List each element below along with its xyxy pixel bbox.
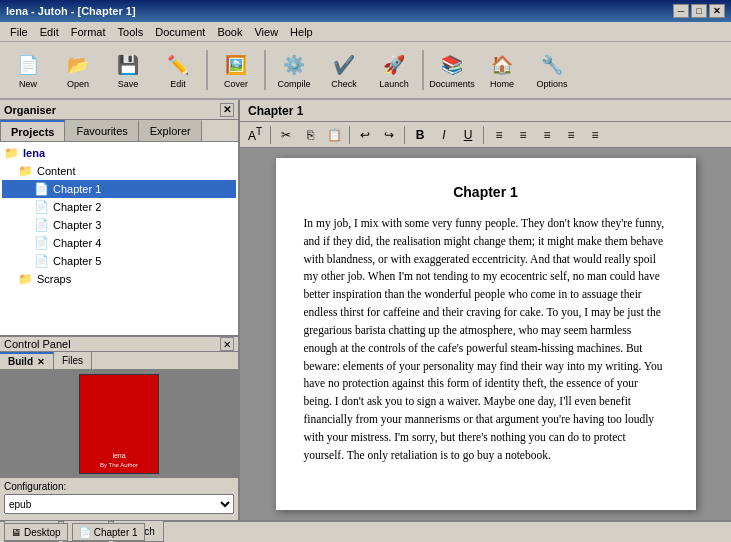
underline-icon: U: [464, 128, 473, 142]
project-tree: 📁 lena 📁 Content 📄 Chapter 1 📄 Chapter 2…: [0, 142, 238, 335]
chapter1-icon: 📄: [34, 182, 50, 196]
bold-icon: B: [416, 128, 425, 142]
underline-button[interactable]: U: [457, 125, 479, 145]
toolbar-check-button[interactable]: ✔️ Check: [320, 45, 368, 95]
menu-view[interactable]: View: [248, 24, 284, 40]
menu-help[interactable]: Help: [284, 24, 319, 40]
chapter2-label: Chapter 2: [53, 201, 101, 213]
align-justify-icon: ≡: [567, 128, 574, 142]
align-right-button[interactable]: ≡: [536, 125, 558, 145]
align-center-button[interactable]: ≡: [512, 125, 534, 145]
toolbar-edit-button[interactable]: ✏️ Edit: [154, 45, 202, 95]
build-tab-close[interactable]: ✕: [37, 357, 45, 367]
chapter2-icon: 📄: [34, 200, 50, 214]
tree-chapter-3[interactable]: 📄 Chapter 3: [2, 216, 236, 234]
tree-chapter-1[interactable]: 📄 Chapter 1: [2, 180, 236, 198]
scissors-button[interactable]: ✂: [275, 125, 297, 145]
menu-edit[interactable]: Edit: [34, 24, 65, 40]
align-center-icon: ≡: [519, 128, 526, 142]
project-folder-icon: 📁: [4, 146, 20, 160]
minimize-button[interactable]: ─: [673, 4, 689, 18]
menu-document[interactable]: Document: [149, 24, 211, 40]
lower-tab-build[interactable]: Build ✕: [0, 352, 54, 369]
font-size-button[interactable]: AT: [244, 125, 266, 145]
book-thumbnail: lena By The Author: [79, 374, 159, 474]
menu-file[interactable]: File: [4, 24, 34, 40]
menu-format[interactable]: Format: [65, 24, 112, 40]
redo-button[interactable]: ↪: [378, 125, 400, 145]
copy-button[interactable]: ⎘: [299, 125, 321, 145]
tree-scraps[interactable]: 📁 Scraps: [2, 270, 236, 288]
font-size-icon: AT: [248, 126, 262, 143]
toolbar-open-button[interactable]: 📂 Open: [54, 45, 102, 95]
desktop-label: Desktop: [24, 527, 61, 538]
lower-tab-files[interactable]: Files: [54, 352, 92, 369]
chapter4-label: Chapter 4: [53, 237, 101, 249]
document-area: Chapter 1 In my job, I mix with some ver…: [240, 148, 731, 520]
toolbar-documents-button[interactable]: 📚 Documents: [428, 45, 476, 95]
toolbar-separator-1: [206, 50, 208, 90]
launch-icon: 🚀: [380, 51, 408, 79]
toolbar-home-button[interactable]: 🏠 Home: [478, 45, 526, 95]
paste-icon: 📋: [327, 128, 342, 142]
toolbar-save-button[interactable]: 💾 Save: [104, 45, 152, 95]
tree-chapter-2[interactable]: 📄 Chapter 2: [2, 198, 236, 216]
maximize-button[interactable]: □: [691, 4, 707, 18]
format-sep-1: [270, 126, 271, 144]
undo-button[interactable]: ↩: [354, 125, 376, 145]
tree-chapter-5[interactable]: 📄 Chapter 5: [2, 252, 236, 270]
documents-icon: 📚: [438, 51, 466, 79]
control-panel-title: Control Panel: [4, 338, 71, 350]
align-justify2-button[interactable]: ≡: [584, 125, 606, 145]
chapter-tab-label: Chapter 1: [94, 527, 138, 538]
new-icon: 📄: [14, 51, 42, 79]
toolbar-launch-button[interactable]: 🚀 Launch: [370, 45, 418, 95]
menu-tools[interactable]: Tools: [112, 24, 150, 40]
control-panel-close-button[interactable]: ✕: [220, 337, 234, 351]
format-sep-4: [483, 126, 484, 144]
chapter-tab-icon: 📄: [79, 527, 91, 538]
format-sep-2: [349, 126, 350, 144]
menu-bar: File Edit Format Tools Document Book Vie…: [0, 22, 731, 42]
document-body[interactable]: In my job, I mix with some very funny pe…: [304, 215, 668, 464]
organiser-close-button[interactable]: ✕: [220, 103, 234, 117]
menu-book[interactable]: Book: [211, 24, 248, 40]
tab-favourites[interactable]: Favourites: [65, 120, 138, 141]
document-page: Chapter 1 In my job, I mix with some ver…: [276, 158, 696, 510]
toolbar-options-button[interactable]: 🔧 Options: [528, 45, 576, 95]
italic-button[interactable]: I: [433, 125, 455, 145]
align-left-icon: ≡: [495, 128, 502, 142]
options-icon: 🔧: [538, 51, 566, 79]
chapter3-label: Chapter 3: [53, 219, 101, 231]
tab-projects[interactable]: Projects: [0, 120, 65, 141]
tab-explorer[interactable]: Explorer: [139, 120, 202, 141]
main-layout: Organiser ✕ Projects Favourites Explorer…: [0, 100, 731, 520]
open-icon: 📂: [64, 51, 92, 79]
align-right-icon: ≡: [543, 128, 550, 142]
chapter5-label: Chapter 5: [53, 255, 101, 267]
config-select[interactable]: epub: [4, 494, 234, 514]
status-chapter-tab[interactable]: 📄 Chapter 1: [72, 523, 145, 541]
edit-icon: ✏️: [164, 51, 192, 79]
paste-button[interactable]: 📋: [323, 125, 345, 145]
copy-icon: ⎘: [307, 128, 314, 142]
align-left-button[interactable]: ≡: [488, 125, 510, 145]
format-toolbar: AT ✂ ⎘ 📋 ↩ ↪ B I: [240, 122, 731, 148]
close-button[interactable]: ✕: [709, 4, 725, 18]
right-content-area: Chapter 1 AT ✂ ⎘ 📋 ↩ ↪: [240, 100, 731, 520]
tree-project-root[interactable]: 📁 lena: [2, 144, 236, 162]
left-panel: Organiser ✕ Projects Favourites Explorer…: [0, 100, 240, 520]
chapter5-icon: 📄: [34, 254, 50, 268]
toolbar-cover-button[interactable]: 🖼️ Cover: [212, 45, 260, 95]
align-justify-button[interactable]: ≡: [560, 125, 582, 145]
status-desktop-tab[interactable]: 🖥 Desktop: [4, 523, 68, 541]
undo-icon: ↩: [360, 128, 370, 142]
toolbar-new-button[interactable]: 📄 New: [4, 45, 52, 95]
tree-chapter-4[interactable]: 📄 Chapter 4: [2, 234, 236, 252]
status-bar: 🖥 Desktop 📄 Chapter 1: [0, 520, 731, 542]
toolbar-compile-button[interactable]: ⚙️ Compile: [270, 45, 318, 95]
tree-content-folder[interactable]: 📁 Content: [2, 162, 236, 180]
document-chapter-title: Chapter 1: [304, 182, 668, 203]
project-name: lena: [23, 147, 45, 159]
bold-button[interactable]: B: [409, 125, 431, 145]
